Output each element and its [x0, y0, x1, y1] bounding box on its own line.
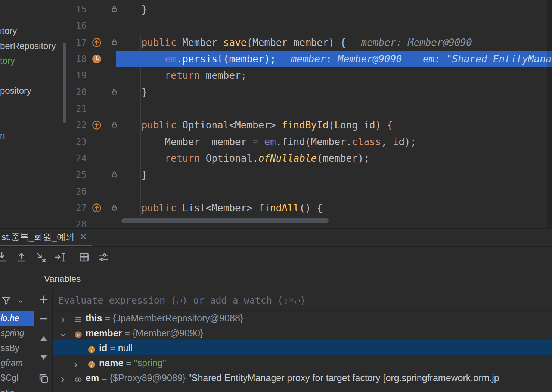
field-icon: f	[87, 358, 96, 368]
debug-toolbar	[0, 247, 552, 268]
debug-body: lo.hespringssBygfram$Cglatio Evaluate ex…	[0, 290, 552, 392]
field-icon: f	[87, 343, 96, 353]
layout-settings-icon[interactable]	[97, 251, 110, 264]
variables-panel: Evaluate expression (↵) or add a watch (…	[52, 290, 552, 392]
debug-session-tab[interactable]: st.중복_회원_예외 ×	[0, 229, 92, 246]
variable-text: name = "spring"	[99, 355, 166, 370]
frame-row[interactable]: ssBy	[0, 340, 34, 355]
variables-tree: this = {JpaMemberRepository@9088}pmember…	[53, 311, 552, 392]
variable-row-id[interactable]: fid = null	[53, 340, 552, 355]
editor-line-16[interactable]: 16	[70, 18, 552, 34]
editor-line-22[interactable]: 22 public Optional<Member> findById(Long…	[70, 117, 552, 133]
editor-line-25[interactable]: 25 }	[70, 167, 552, 183]
project-item[interactable]: pository	[0, 83, 31, 98]
project-item[interactable]: itory	[0, 24, 17, 38]
editor-horizontal-scrollbar[interactable]	[121, 218, 329, 223]
editor-line-27[interactable]: 27 public List<Member> findAll() {	[70, 200, 552, 216]
frame-row[interactable]: atio	[0, 385, 34, 392]
line-number: 27	[70, 200, 87, 216]
debug-tab-bar: st.중복_회원_예외 ×	[0, 229, 552, 247]
line-number: 22	[70, 117, 87, 133]
override-icon[interactable]	[91, 37, 102, 48]
view-breakpoints-icon[interactable]	[78, 251, 90, 264]
variable-row-member[interactable]: pmember = {Member@9090}	[53, 326, 552, 340]
variable-row-em[interactable]: em = {$Proxy89@9089} "Shared EntityManag…	[53, 370, 552, 385]
chevron-right-icon[interactable]	[58, 373, 67, 382]
execution-point-icon[interactable]	[91, 53, 102, 65]
override-icon[interactable]	[91, 202, 102, 214]
frame-row[interactable]: $Cgl	[0, 370, 34, 385]
line-number: 21	[70, 100, 87, 117]
code-text: public Member save(Member member) {membe…	[118, 34, 552, 51]
editor-line-21[interactable]: 21	[70, 100, 552, 117]
code-text: em.persist(member);member: Member@9090em…	[118, 51, 552, 67]
line-number: 25	[70, 167, 87, 183]
editor-line-26[interactable]: 26	[70, 183, 552, 200]
force-run-to-cursor-icon[interactable]	[34, 251, 47, 264]
nav-up-button[interactable]	[37, 332, 50, 345]
editor-line-23[interactable]: 23 Member member = em.find(Member.class,…	[70, 134, 552, 150]
lock-icon[interactable]	[110, 170, 119, 179]
project-item[interactable]: berRepository	[0, 38, 56, 53]
frame-row[interactable]: spring	[0, 326, 34, 340]
svg-text:p: p	[77, 332, 80, 338]
run-to-cursor-icon[interactable]	[54, 251, 66, 264]
editor-line-20[interactable]: 20 }	[70, 84, 552, 100]
variable-row-this[interactable]: this = {JpaMemberRepository@9088}	[53, 311, 552, 326]
evaluate-placeholder: Evaluate expression (↵) or add a watch (…	[58, 290, 306, 310]
close-icon[interactable]: ×	[80, 229, 86, 245]
step-out-icon[interactable]	[15, 251, 28, 264]
project-vertical-scrollbar[interactable]	[63, 43, 66, 123]
code-text: Member member = em.find(Member.class, id…	[118, 134, 552, 150]
editor-line-18[interactable]: 18 em.persist(member);member: Member@909…	[70, 51, 552, 67]
code-text: return member;	[118, 67, 552, 84]
variable-text: id = null	[99, 340, 133, 355]
code-text: public List<Member> findAll() {	[118, 200, 552, 216]
editor-line-17[interactable]: 17 public Member save(Member member) {me…	[70, 34, 552, 51]
line-number: 19	[70, 67, 87, 84]
editor-line-19[interactable]: 19 return member;	[70, 67, 552, 84]
line-number: 20	[70, 84, 87, 100]
evaluate-expression-input[interactable]: Evaluate expression (↵) or add a watch (…	[53, 290, 552, 311]
variables-header: Variables	[0, 268, 552, 290]
nav-down-button[interactable]	[37, 351, 50, 364]
code-text: }	[118, 84, 552, 100]
editor-line-15[interactable]: 15 }	[70, 1, 552, 18]
inline-debugger-hint: member: Member@9090	[361, 37, 472, 48]
project-item[interactable]: tory	[0, 53, 15, 68]
chevron-down-icon[interactable]	[16, 297, 25, 305]
inline-debugger-hint: em: "Shared EntityMana	[423, 53, 551, 65]
filter-icon[interactable]	[1, 295, 12, 306]
chevron-right-icon[interactable]	[71, 358, 80, 367]
frame-row[interactable]: lo.he	[0, 311, 34, 326]
editor-line-24[interactable]: 24 return Optional.ofNullable(member);	[70, 150, 552, 167]
project-item[interactable]: n	[0, 128, 5, 143]
override-icon[interactable]	[91, 119, 102, 131]
variable-text: em = {$Proxy89@9089} "Shared EntityManag…	[86, 370, 499, 385]
lock-icon[interactable]	[110, 38, 119, 47]
editor-vertical-scrollbar[interactable]	[547, 0, 552, 228]
proxy-icon	[74, 373, 83, 383]
copy-button[interactable]	[37, 372, 50, 385]
this-icon	[74, 314, 83, 323]
variable-text: this = {JpaMemberRepository@9088}	[86, 311, 243, 326]
line-number: 16	[70, 18, 87, 34]
step-into-icon[interactable]	[0, 251, 8, 264]
code-text: }	[118, 167, 552, 183]
line-number: 24	[70, 150, 87, 167]
add-button[interactable]	[37, 293, 50, 306]
variable-row-name[interactable]: fname = "spring"	[53, 355, 552, 370]
remove-button[interactable]	[37, 312, 50, 325]
line-number: 26	[70, 183, 87, 200]
chevron-expanded-icon[interactable]	[58, 329, 67, 337]
code-text: return Optional.ofNullable(member);	[118, 150, 552, 167]
lock-icon[interactable]	[110, 120, 119, 129]
line-number: 17	[70, 34, 87, 51]
lock-icon[interactable]	[110, 4, 119, 13]
variables-tab-label[interactable]: Variables	[44, 268, 81, 290]
code-editor[interactable]: 15 }1617 public Member save(Member membe…	[70, 0, 552, 228]
frame-row[interactable]: gfram	[0, 355, 34, 370]
chevron-right-icon[interactable]	[58, 314, 67, 323]
lock-icon[interactable]	[110, 87, 119, 96]
lock-icon[interactable]	[110, 203, 119, 212]
